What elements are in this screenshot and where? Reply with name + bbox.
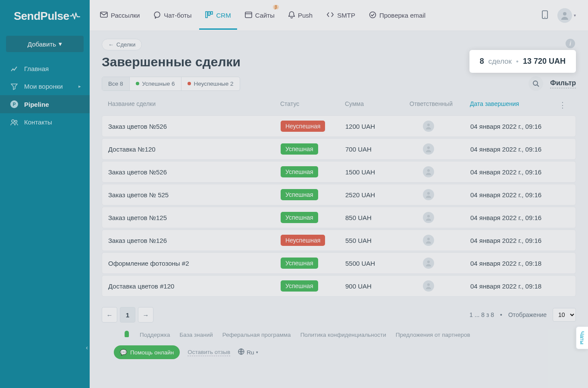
add-button[interactable]: Добавить ▾	[6, 36, 84, 52]
svg-point-16	[427, 192, 430, 195]
pager-prev[interactable]: ←	[102, 307, 117, 323]
topnav-push[interactable]: Push	[282, 1, 319, 30]
android-icon[interactable]	[123, 330, 130, 339]
info-icon[interactable]: i	[566, 39, 575, 48]
sidebar-item-funnels[interactable]: Мои воронки ▸	[0, 78, 90, 95]
red-dot-icon	[188, 82, 191, 85]
table-row[interactable]: Заказ цветов №126Неуспешная550 UAH04 янв…	[102, 230, 576, 251]
help-label: Помощь онлайн	[130, 349, 174, 356]
chevron-right-icon: ▸	[78, 84, 81, 89]
sidebar-item-contacts[interactable]: Контакты	[0, 113, 90, 131]
topnav-label: SMTP	[337, 12, 355, 19]
footer-privacy[interactable]: Политика конфиденциальности	[300, 332, 386, 338]
funnel-icon	[10, 83, 18, 90]
pager-info-text: 1 ... 8 з 8	[469, 311, 494, 318]
filter-tab-success[interactable]: Успешные 6	[130, 77, 181, 90]
contacts-icon	[10, 119, 18, 126]
topnav-smtp[interactable]: SMTP	[320, 1, 361, 29]
avatar-icon	[423, 280, 434, 292]
pager-next[interactable]: →	[138, 307, 153, 323]
table-row[interactable]: Заказ цветов №125Успешная850 UAH04 январ…	[102, 207, 576, 228]
display-label: Отображение	[508, 311, 547, 318]
table-row[interactable]: Заказ цветов №526Успешная1500 UAH04 янва…	[102, 161, 576, 183]
envelope-icon	[100, 12, 108, 19]
table-row[interactable]: Доставка цветов #120Успешная900 UAH04 ян…	[102, 275, 576, 297]
per-page-select[interactable]: 10	[553, 308, 576, 322]
topnav-verify[interactable]: Проверка email	[363, 1, 432, 30]
topnav-label: Рассылки	[111, 12, 140, 19]
cell-amount: 900 UAH	[345, 282, 410, 290]
svg-point-17	[427, 215, 430, 217]
filter-tab-fail[interactable]: Неуспешные 2	[181, 77, 240, 90]
pagination: ← 1 →	[102, 307, 153, 323]
topnav-label: Проверка email	[379, 12, 425, 19]
sidebar-item-main[interactable]: Главная	[0, 60, 90, 78]
avatar-icon	[557, 8, 572, 23]
footer-partners[interactable]: Предложения от партнеров	[396, 332, 470, 338]
topnav-mailings[interactable]: Рассылки	[94, 1, 146, 29]
table-row[interactable]: Доставка №120Успешная700 UAH04 января 20…	[102, 138, 576, 160]
sidebar-item-pipeline[interactable]: P Pipeline	[0, 95, 90, 113]
footer-kb[interactable]: База знаний	[179, 332, 213, 338]
svg-rect-6	[211, 12, 213, 14]
svg-point-20	[427, 283, 430, 286]
dot-separator-icon: •	[500, 311, 502, 318]
status-badge: Успешная	[281, 189, 318, 200]
search-button[interactable]	[529, 76, 543, 91]
svg-point-0	[12, 120, 14, 122]
cell-amount: 550 UAH	[345, 237, 410, 244]
topnav-chatbots[interactable]: Чат-боты	[147, 1, 197, 30]
mobile-icon[interactable]	[542, 10, 548, 21]
cell-name: Доставка цветов #120	[108, 282, 281, 290]
language-selector[interactable]: Ru ▾	[238, 348, 258, 356]
back-link[interactable]: ← Сделки	[102, 39, 142, 50]
footer-referral[interactable]: Реферальная программа	[222, 332, 291, 338]
col-date[interactable]: Дата завершения	[470, 100, 556, 110]
cell-name: Оформление фотозоны #2	[108, 260, 281, 267]
cell-amount: 700 UAH	[345, 146, 410, 153]
topnav: Рассылки Чат-боты CRM Сайты β Push	[90, 0, 588, 31]
footer-support[interactable]: Поддержка	[140, 332, 170, 338]
cell-date: 04 января 2022 г., 09:16	[470, 191, 557, 199]
svg-point-1	[15, 120, 17, 122]
cell-amount: 1500 UAH	[345, 168, 410, 176]
chart-icon	[10, 65, 18, 72]
cell-amount: 850 UAH	[345, 214, 410, 221]
cell-amount: 5500 UAH	[345, 260, 410, 267]
summary-word: сделок	[488, 57, 512, 66]
filter-link[interactable]: Фильтр	[550, 79, 576, 88]
chat-side-tab[interactable]: Чаты	[576, 326, 588, 349]
code-icon	[326, 12, 334, 19]
check-icon	[369, 11, 376, 20]
table-header: Название сделки Статус Сумма Ответственн…	[102, 96, 576, 114]
pipeline-dot-icon: P	[10, 100, 18, 108]
topnav-sites[interactable]: Сайты β	[239, 1, 281, 30]
filter-tab-all[interactable]: Все 8	[102, 77, 130, 90]
cell-name: Заказ цветов № 525	[108, 191, 281, 199]
sidebar: SendPulse Добавить ▾ Главная Мои воронки…	[0, 0, 90, 388]
chat-icon	[153, 11, 161, 20]
table-row[interactable]: Заказ цветов № 525Успешная2520 UAH04 янв…	[102, 184, 576, 205]
table-row[interactable]: Заказ цветов №526Неуспешная1200 UAH04 ян…	[102, 115, 576, 137]
status-badge: Успешная	[281, 166, 318, 177]
cell-date: 04 января 2022 г., 09:18	[470, 260, 557, 267]
topnav-label: Сайты	[255, 12, 275, 19]
cell-owner	[410, 189, 470, 200]
table-row[interactable]: Оформление фотозоны #2Успешная5500 UAH04…	[102, 252, 576, 274]
filter-tabs: Все 8 Успешные 6 Неуспешные 2	[102, 77, 240, 91]
columns-menu-icon[interactable]: ⋮	[556, 100, 569, 110]
cell-amount: 1200 UAH	[345, 123, 410, 130]
user-menu[interactable]: ▾	[557, 8, 576, 23]
cell-status: Успешная	[281, 166, 345, 177]
topnav-crm[interactable]: CRM	[199, 1, 237, 30]
help-online-button[interactable]: 💬 Помощь онлайн	[114, 345, 180, 359]
cell-name: Заказ цветов №126	[108, 237, 281, 244]
feedback-link[interactable]: Оставить отзыв	[188, 349, 230, 356]
pager-page-1[interactable]: 1	[120, 307, 135, 323]
svg-point-10	[544, 17, 545, 18]
status-badge: Неуспешная	[281, 121, 325, 132]
svg-point-19	[427, 261, 430, 263]
cell-owner	[410, 143, 470, 155]
sidebar-item-label: Мои воронки	[24, 83, 63, 90]
avatar-icon	[423, 166, 434, 177]
